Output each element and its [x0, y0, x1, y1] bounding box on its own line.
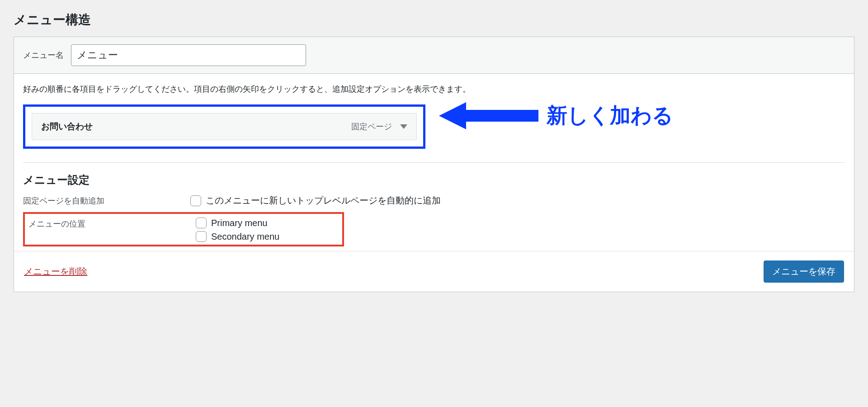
- svg-marker-0: [439, 102, 538, 129]
- annotation-text: 新しく加わる: [547, 102, 673, 130]
- auto-add-label: 固定ページを自動追加: [23, 194, 190, 206]
- location-row: メニューの位置 Primary menu Secondary menu: [28, 218, 339, 242]
- instructions-text: 好みの順番に各項目をドラッグしてください。項目の右側の矢印をクリックすると、追加…: [23, 84, 845, 95]
- panel-body: 好みの順番に各項目をドラッグしてください。項目の右側の矢印をクリックすると、追加…: [14, 74, 854, 251]
- highlight-red-box: メニューの位置 Primary menu Secondary menu: [23, 212, 344, 246]
- menu-item-title: お問い合わせ: [41, 121, 93, 133]
- auto-add-row: 固定ページを自動追加 このメニューに新しいトップレベルページを自動的に追加: [23, 194, 845, 209]
- panel-footer: メニューを削除 メニューを保存: [14, 251, 854, 292]
- annotation: 新しく加わる: [439, 100, 673, 132]
- menu-name-input[interactable]: [71, 44, 306, 66]
- location-option-secondary-label: Secondary menu: [211, 232, 279, 242]
- location-option-primary-label: Primary menu: [211, 218, 267, 228]
- menu-name-label: メニュー名: [23, 50, 64, 61]
- settings-title: メニュー設定: [23, 173, 845, 187]
- menu-structure-panel: メニュー名 好みの順番に各項目をドラッグしてください。項目の右側の矢印をクリック…: [14, 37, 854, 292]
- location-checkbox-primary[interactable]: [196, 218, 207, 228]
- menu-item[interactable]: お問い合わせ 固定ページ: [32, 113, 417, 140]
- section-title: メニュー構造: [14, 11, 854, 28]
- save-menu-button[interactable]: メニューを保存: [764, 260, 844, 283]
- auto-add-option: このメニューに新しいトップレベルページを自動的に追加: [190, 194, 845, 207]
- highlight-blue-box: お問い合わせ 固定ページ: [23, 104, 425, 149]
- auto-add-option-label: このメニューに新しいトップレベルページを自動的に追加: [206, 194, 441, 207]
- location-option-primary: Primary menu: [196, 218, 339, 228]
- location-label: メニューの位置: [28, 218, 196, 229]
- divider: [23, 162, 845, 163]
- location-checkbox-secondary[interactable]: [196, 231, 207, 242]
- menu-item-type-wrap: 固定ページ: [351, 121, 407, 132]
- panel-header: メニュー名: [14, 37, 854, 74]
- menu-item-type: 固定ページ: [351, 121, 392, 132]
- location-option-secondary: Secondary menu: [196, 231, 339, 242]
- auto-add-checkbox[interactable]: [190, 195, 201, 206]
- delete-menu-link[interactable]: メニューを削除: [24, 265, 87, 278]
- chevron-down-icon[interactable]: [400, 124, 407, 129]
- arrow-left-icon: [439, 100, 538, 132]
